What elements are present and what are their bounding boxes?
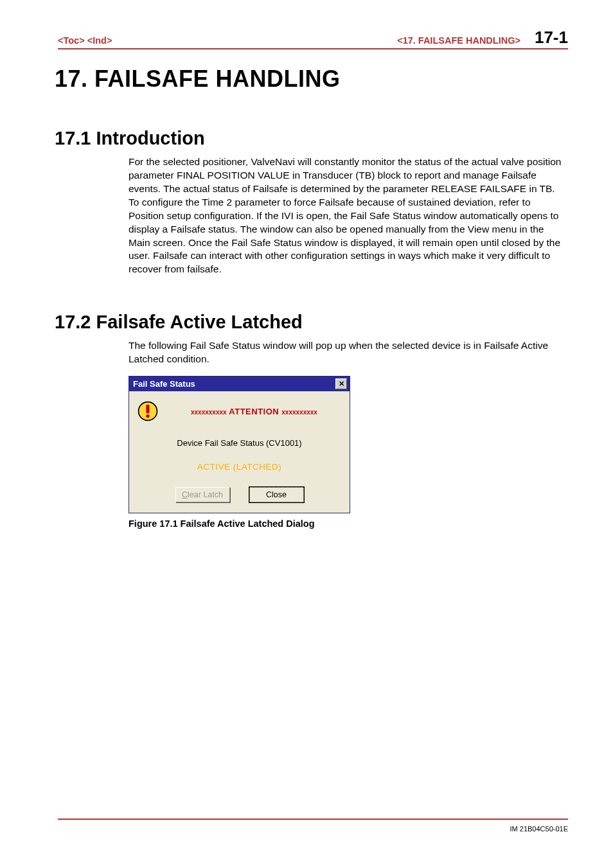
breadcrumb[interactable]: <17. FAILSAFE HANDLING> <box>397 35 520 46</box>
close-dialog-button[interactable]: Close <box>249 487 304 502</box>
page-header: <Toc> <Ind> <17. FAILSAFE HANDLING> 17-1 <box>58 29 568 49</box>
attention-word: ATTENTION <box>229 407 279 416</box>
failsafe-dialog: Fail Safe Status ✕ xxxxxxxxxx ATTENTION … <box>129 376 350 513</box>
attention-stars-left: xxxxxxxxxx <box>191 409 227 416</box>
section-17-2-heading: 17.2 Failsafe Active Latched <box>55 312 568 333</box>
svg-rect-1 <box>146 405 149 414</box>
toc-link[interactable]: <Toc> <box>58 35 85 46</box>
section-17-2-body: The following Fail Safe Status window wi… <box>129 339 568 366</box>
page-footer: IM 21B04C50-01E <box>58 819 568 833</box>
close-button[interactable]: ✕ <box>335 378 347 389</box>
section-17-1-heading: 17.1 Introduction <box>55 128 568 149</box>
svg-point-2 <box>146 414 149 418</box>
warning-icon <box>137 400 159 422</box>
chapter-title: 17. FAILSAFE HANDLING <box>55 66 568 93</box>
clear-latch-mnemonic: C <box>182 490 188 499</box>
dialog-titlebar: Fail Safe Status ✕ <box>129 376 350 391</box>
clear-latch-button[interactable]: Clear Latch <box>175 487 230 502</box>
figure-caption: Figure 17.1 Failsafe Active Latched Dial… <box>129 518 568 529</box>
attention-stars-right: xxxxxxxxxx <box>281 409 317 416</box>
device-status-line: Device Fail Safe Status (CV1001) <box>136 438 343 448</box>
active-latched-status: ACTIVE (LATCHED) <box>136 462 343 472</box>
header-nav-links: <Toc> <Ind> <box>58 35 112 46</box>
dialog-title: Fail Safe Status <box>133 379 195 389</box>
doc-id: IM 21B04C50-01E <box>510 825 569 833</box>
clear-latch-rest: lear Latch <box>188 490 223 499</box>
section-17-1-body: For the selected positioner, ValveNavi w… <box>129 155 568 276</box>
header-right-group: <17. FAILSAFE HANDLING> 17-1 <box>397 29 568 46</box>
page-number: 17-1 <box>535 29 568 46</box>
attention-text: xxxxxxxxxx ATTENTION xxxxxxxxxx <box>191 407 317 416</box>
attention-row: xxxxxxxxxx ATTENTION xxxxxxxxxx <box>136 400 343 422</box>
ind-link[interactable]: <Ind> <box>87 35 112 46</box>
dialog-body: xxxxxxxxxx ATTENTION xxxxxxxxxx Device F… <box>129 391 350 513</box>
dialog-button-row: Clear Latch Close <box>136 487 343 502</box>
failsafe-dialog-figure: Fail Safe Status ✕ xxxxxxxxxx ATTENTION … <box>129 376 568 513</box>
